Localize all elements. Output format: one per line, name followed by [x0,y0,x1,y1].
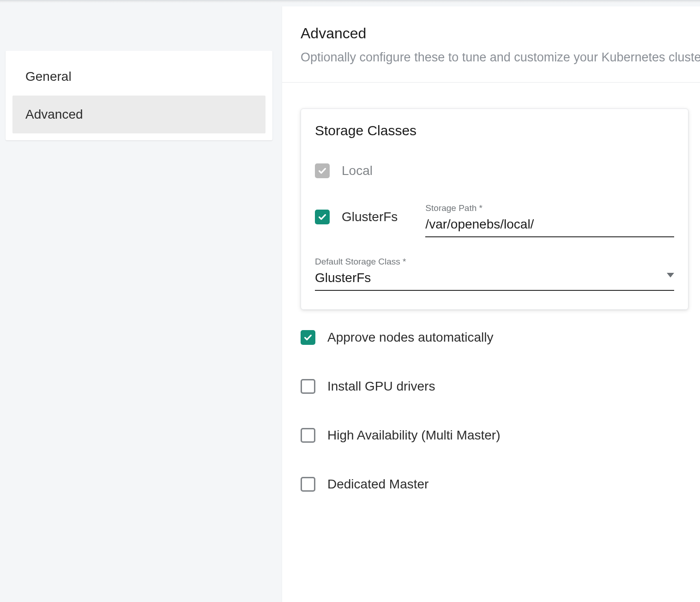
install-gpu-checkbox[interactable] [301,379,315,394]
storage-path-field[interactable]: Storage Path * /var/openebs/local/ [425,203,674,237]
glusterfs-label: GlusterFs [342,210,398,224]
default-storage-class-label: Default Storage Class * [315,257,674,267]
storage-path-label: Storage Path * [425,203,674,213]
sidebar-item-label: General [25,69,72,84]
storage-classes-card: Storage Classes Local GlusterFs Storage [301,108,688,310]
sidebar: General Advanced [6,51,272,140]
check-icon [303,332,313,343]
approve-nodes-label: Approve nodes automatically [327,330,494,345]
page-subtitle: Optionally configure these to tune and c… [301,50,700,65]
sidebar-item-advanced[interactable]: Advanced [12,96,266,133]
high-availability-label: High Availability (Multi Master) [327,428,501,443]
default-storage-class-field[interactable]: Default Storage Class * GlusterFs [315,257,674,291]
check-icon [317,212,327,222]
install-gpu-label: Install GPU drivers [327,379,435,394]
sidebar-item-label: Advanced [25,107,83,121]
high-availability-row: High Availability (Multi Master) [301,428,682,443]
storage-glusterfs-row: GlusterFs [315,210,398,224]
local-label: Local [342,163,373,178]
storage-local-row: Local [315,163,398,178]
local-checkbox [315,163,330,178]
approve-nodes-checkbox[interactable] [301,330,315,345]
dedicated-master-checkbox[interactable] [301,477,315,492]
glusterfs-checkbox[interactable] [315,210,330,224]
dedicated-master-row: Dedicated Master [301,477,682,492]
high-availability-checkbox[interactable] [301,428,315,443]
sidebar-item-general[interactable]: General [12,58,266,96]
main-panel: Advanced Optionally configure these to t… [282,6,700,602]
storage-path-value[interactable]: /var/openebs/local/ [425,217,674,237]
storage-classes-title: Storage Classes [315,123,674,138]
check-icon [317,166,327,176]
approve-nodes-row: Approve nodes automatically [301,330,682,345]
page-title: Advanced [301,25,700,42]
dedicated-master-label: Dedicated Master [327,477,428,492]
divider [282,82,700,83]
chevron-down-icon[interactable] [667,273,674,277]
install-gpu-row: Install GPU drivers [301,379,682,394]
default-storage-class-value: GlusterFs [315,271,371,285]
top-divider [0,0,700,3]
